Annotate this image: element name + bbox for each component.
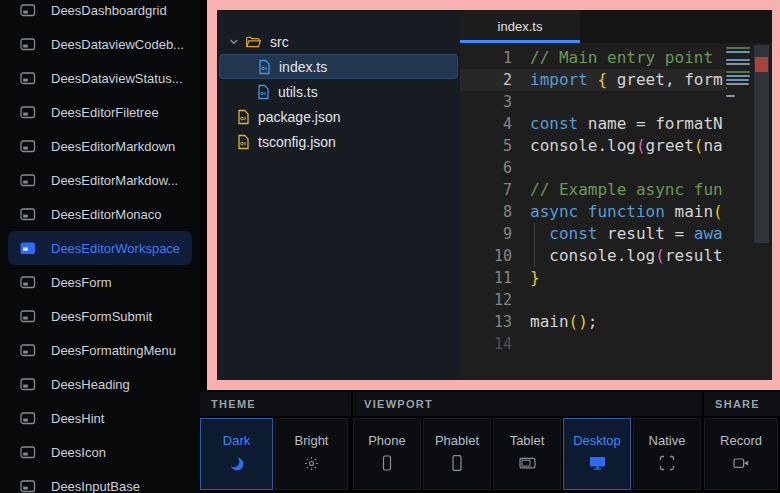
sidebar-item-deesdataviewstatus[interactable]: DeesDataviewStatus... <box>0 61 200 95</box>
phone-icon <box>379 454 395 472</box>
minimap-line <box>726 83 749 85</box>
code-token: greet, form <box>607 70 723 89</box>
folder-row-src[interactable]: src <box>219 29 458 54</box>
sidebar-item-label: DeesInputBase <box>51 479 140 493</box>
theme-button-bright[interactable]: Bright <box>275 418 348 490</box>
sidebar-item-deeshint[interactable]: DeesHint <box>0 401 200 435</box>
code-line-10: 10 console.log(result <box>460 245 725 267</box>
code-token: import <box>530 70 588 89</box>
viewport-button-tablet[interactable]: Tablet <box>493 418 561 490</box>
control-bar-headers: THEME VIEWPORT SHARE <box>200 392 780 416</box>
sidebar-item-label: DeesEditorWorkspace <box>51 241 180 256</box>
viewport-button-desktop[interactable]: Desktop <box>563 418 631 490</box>
sidebar-item-deesformsubmit[interactable]: DeesFormSubmit <box>0 299 200 333</box>
sidebar-item-deesheading[interactable]: DeesHeading <box>0 367 200 401</box>
file-row-index-ts[interactable]: index.ts <box>219 54 458 79</box>
code-text: console.log(greet(na <box>530 135 725 157</box>
error-marker <box>755 57 768 72</box>
code-token: { <box>597 70 607 89</box>
code-token: async <box>530 202 578 221</box>
file-ts-icon <box>257 84 270 100</box>
code-line-8: 8async function main( <box>460 201 725 223</box>
code-token: function <box>588 202 665 221</box>
sidebar-item-label: DeesEditorMarkdown <box>51 139 175 154</box>
code-line-2: 2import { greet, form <box>460 69 725 91</box>
line-number: 3 <box>460 91 512 113</box>
sidebar-item-deesformattingmenu[interactable]: DeesFormattingMenu <box>0 333 200 367</box>
button-label: Phablet <box>435 433 479 448</box>
share-button-record[interactable]: Record <box>704 418 778 490</box>
sidebar-item-deeseditorfiletree[interactable]: DeesEditorFiletree <box>0 95 200 129</box>
record-icon <box>733 454 750 472</box>
viewport-button-phablet[interactable]: Phablet <box>423 418 491 490</box>
minimap-line <box>726 71 750 73</box>
code-line-5: 5console.log(greet(na <box>460 135 725 157</box>
minimap-line <box>726 79 749 81</box>
code-token: () <box>569 312 588 331</box>
viewport-section-label: VIEWPORT <box>353 392 702 416</box>
phablet-icon <box>449 454 465 472</box>
component-icon <box>20 242 36 255</box>
sidebar-item-deesicon[interactable]: DeesIcon <box>0 435 200 469</box>
sidebar-item-label: DeesIcon <box>51 445 106 460</box>
component-list: DeesDashboardgridDeesDataviewCodeb...Dee… <box>0 0 200 493</box>
minimap-line <box>726 47 750 49</box>
code-line-12: 12 <box>460 289 725 311</box>
code-editor: index.ts 1// Main entry point2import { g… <box>460 10 772 380</box>
code-area[interactable]: 1// Main entry point2import { greet, for… <box>460 43 772 380</box>
sidebar-item-deesform[interactable]: DeesForm <box>0 265 200 299</box>
code-text: const result = awa <box>530 223 725 245</box>
viewport-button-phone[interactable]: Phone <box>353 418 421 490</box>
code-token: result = <box>597 224 693 243</box>
minimap-line <box>726 51 750 53</box>
theme-button-dark[interactable]: Dark <box>200 418 273 490</box>
sidebar-item-label: DeesEditorMarkdow... <box>51 173 178 188</box>
line-number: 6 <box>460 157 512 179</box>
code-line-11: 11} <box>460 267 725 289</box>
sidebar-item-deeseditormarkdow[interactable]: DeesEditorMarkdow... <box>0 163 200 197</box>
sidebar-item-deesdashboardgrid[interactable]: DeesDashboardgrid <box>0 0 200 27</box>
minimap-line <box>726 87 727 89</box>
component-icon <box>20 38 36 51</box>
file-row-tsconfig-json[interactable]: tsconfig.json <box>219 129 458 154</box>
file-row-package-json[interactable]: package.json <box>219 104 458 129</box>
code-token: greet <box>646 136 694 155</box>
line-number: 8 <box>460 201 512 223</box>
editor-scrollbar[interactable] <box>752 43 772 380</box>
line-number: 4 <box>460 113 512 135</box>
component-icon <box>20 4 36 17</box>
scrollbar-thumb[interactable] <box>754 45 769 243</box>
file-json-icon <box>237 109 250 125</box>
line-number: 11 <box>460 267 512 289</box>
minimap[interactable] <box>725 45 752 103</box>
sidebar-item-deesinputbase[interactable]: DeesInputBase <box>0 469 200 493</box>
code-token <box>530 224 549 243</box>
sidebar-item-deeseditorworkspace[interactable]: DeesEditorWorkspace <box>8 231 192 265</box>
viewport-button-native[interactable]: Native <box>633 418 701 490</box>
component-icon <box>20 276 36 289</box>
sidebar-item-label: DeesDashboardgrid <box>51 3 167 18</box>
viewport-buttons: PhonePhabletTabletDesktopNative <box>353 418 702 490</box>
file-row-utils-ts[interactable]: utils.ts <box>219 79 458 104</box>
sidebar-item-deeseditormarkdown[interactable]: DeesEditorMarkdown <box>0 129 200 163</box>
file-label: package.json <box>258 109 341 125</box>
sidebar-item-deeseditormonaco[interactable]: DeesEditorMonaco <box>0 197 200 231</box>
code-text: main(); <box>530 311 725 333</box>
file-label: utils.ts <box>278 84 318 100</box>
sidebar-item-label: DeesEditorFiletree <box>51 105 159 120</box>
minimap-line <box>726 59 750 61</box>
code-line-7: 7// Example async fun <box>460 179 725 201</box>
sidebar-item-label: DeesForm <box>51 275 112 290</box>
chevron-down-icon[interactable] <box>229 37 241 46</box>
code-text: import { greet, form <box>530 69 725 91</box>
code-line-1: 1// Main entry point <box>460 47 725 69</box>
code-token: main <box>530 312 569 331</box>
line-number: 7 <box>460 179 512 201</box>
file-tree-panel: srcindex.tsutils.tspackage.jsontsconfig.… <box>217 10 460 380</box>
moon-icon <box>228 454 245 472</box>
sidebar-item-deesdataviewcodeb[interactable]: DeesDataviewCodeb... <box>0 27 200 61</box>
component-icon <box>20 72 36 85</box>
code-token: // Example async fun <box>530 180 723 199</box>
tab-index-ts[interactable]: index.ts <box>460 10 580 43</box>
code-token: console.log <box>530 246 655 265</box>
